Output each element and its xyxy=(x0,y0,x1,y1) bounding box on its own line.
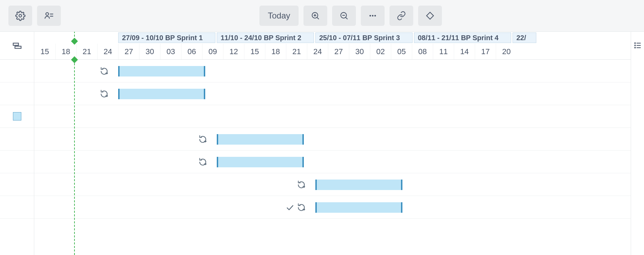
today-button[interactable]: Today xyxy=(259,6,299,26)
timeline-row xyxy=(34,82,631,105)
svg-line-9 xyxy=(346,17,348,19)
day-cell: 11 xyxy=(433,44,454,59)
gutter-row xyxy=(0,105,34,128)
main: 27/09 - 10/10 BP Sprint 111/10 - 24/10 B… xyxy=(0,31,644,255)
svg-point-17 xyxy=(634,42,636,44)
day-cell: 03 xyxy=(160,44,181,59)
timeline-row xyxy=(34,196,631,219)
row-icons xyxy=(199,134,208,145)
timeline-row xyxy=(34,128,631,151)
day-cell: 08 xyxy=(412,44,433,59)
diamond-icon xyxy=(425,11,435,21)
toolbar: Today xyxy=(0,0,644,31)
day-cell: 15 xyxy=(34,44,55,59)
svg-rect-16 xyxy=(15,46,21,48)
cycle-icon xyxy=(297,203,306,212)
row-icons xyxy=(199,157,208,167)
svg-point-19 xyxy=(634,47,636,48)
row-icons xyxy=(297,180,306,190)
svg-rect-14 xyxy=(427,12,434,19)
svg-rect-21 xyxy=(636,45,641,46)
day-cell: 27 xyxy=(328,44,349,59)
day-cell: 09 xyxy=(202,44,223,59)
day-cell: 21 xyxy=(286,44,307,59)
day-cell: 12 xyxy=(223,44,244,59)
timeline-header: 27/09 - 10/10 BP Sprint 111/10 - 24/10 B… xyxy=(34,32,631,60)
gutter-row xyxy=(0,82,34,105)
day-cell: 20 xyxy=(496,44,517,59)
timeline-row xyxy=(34,151,631,173)
day-cell: 17 xyxy=(475,44,496,59)
check-icon xyxy=(285,203,294,212)
dependencies-button[interactable] xyxy=(389,6,413,26)
svg-point-0 xyxy=(19,14,22,17)
timeline[interactable]: 27/09 - 10/10 BP Sprint 111/10 - 24/10 B… xyxy=(34,32,631,255)
resource-view-button[interactable] xyxy=(37,6,61,26)
task-color-swatch xyxy=(13,112,21,121)
link-icon xyxy=(396,11,406,21)
today-line xyxy=(74,60,75,255)
gutter-row xyxy=(0,128,34,151)
sprint-band[interactable]: 27/09 - 10/10 BP Sprint 1 xyxy=(118,32,215,43)
day-cell: 24 xyxy=(97,44,118,59)
left-gutter xyxy=(0,32,34,255)
sprint-band[interactable]: 08/11 - 21/11 BP Sprint 4 xyxy=(414,32,511,43)
cycle-icon xyxy=(100,67,109,76)
svg-rect-20 xyxy=(636,43,641,43)
gutter-row xyxy=(0,60,34,82)
svg-point-18 xyxy=(634,45,636,46)
gear-icon xyxy=(15,10,26,21)
gutter-row xyxy=(0,196,34,219)
day-cell: 15 xyxy=(244,44,265,59)
day-cell: 05 xyxy=(391,44,412,59)
row-icons xyxy=(285,202,306,213)
timeline-row xyxy=(34,105,631,128)
svg-rect-15 xyxy=(13,43,18,45)
svg-line-5 xyxy=(317,17,319,19)
day-cell: 30 xyxy=(139,44,160,59)
more-button[interactable] xyxy=(361,6,385,26)
cycle-icon xyxy=(199,135,208,144)
more-icon xyxy=(368,11,378,21)
user-list-icon xyxy=(44,10,54,21)
today-line xyxy=(74,32,75,44)
svg-point-13 xyxy=(374,15,376,17)
timeline-row xyxy=(34,60,631,82)
day-cell: 27 xyxy=(118,44,139,59)
task-bar[interactable] xyxy=(217,157,304,167)
right-gutter xyxy=(631,32,644,255)
row-icons xyxy=(100,66,109,76)
task-bar[interactable] xyxy=(118,89,205,99)
day-cell: 24 xyxy=(307,44,328,59)
gutter-row xyxy=(0,173,34,196)
zoom-in-icon xyxy=(310,11,320,21)
svg-rect-22 xyxy=(636,47,641,48)
day-cell: 18 xyxy=(265,44,286,59)
svg-point-12 xyxy=(372,15,374,17)
task-bar[interactable] xyxy=(315,180,402,190)
day-cell: 06 xyxy=(181,44,202,59)
day-cell: 02 xyxy=(370,44,391,59)
svg-point-1 xyxy=(46,13,49,15)
settings-button[interactable] xyxy=(8,6,32,26)
sprint-band[interactable]: 11/10 - 24/10 BP Sprint 2 xyxy=(217,32,314,43)
gutter-row xyxy=(0,151,34,173)
sprint-band[interactable]: 22/ xyxy=(513,32,536,43)
sprint-band[interactable]: 25/10 - 07/11 BP Sprint 3 xyxy=(315,32,413,43)
day-cell: 14 xyxy=(454,44,475,59)
svg-point-11 xyxy=(370,15,371,17)
milestone-button[interactable] xyxy=(418,6,442,26)
task-bar[interactable] xyxy=(315,202,402,213)
zoom-out-icon xyxy=(339,11,349,21)
row-align-icon xyxy=(12,41,22,51)
zoom-in-button[interactable] xyxy=(303,6,327,26)
timeline-row xyxy=(34,173,631,196)
cycle-icon xyxy=(199,158,208,167)
task-bar[interactable] xyxy=(217,134,304,145)
task-bar[interactable] xyxy=(118,66,205,76)
day-cell: 21 xyxy=(76,44,97,59)
row-icons xyxy=(100,89,109,99)
legend-icon[interactable] xyxy=(633,41,642,50)
cycle-icon xyxy=(100,89,109,99)
zoom-out-button[interactable] xyxy=(332,6,356,26)
